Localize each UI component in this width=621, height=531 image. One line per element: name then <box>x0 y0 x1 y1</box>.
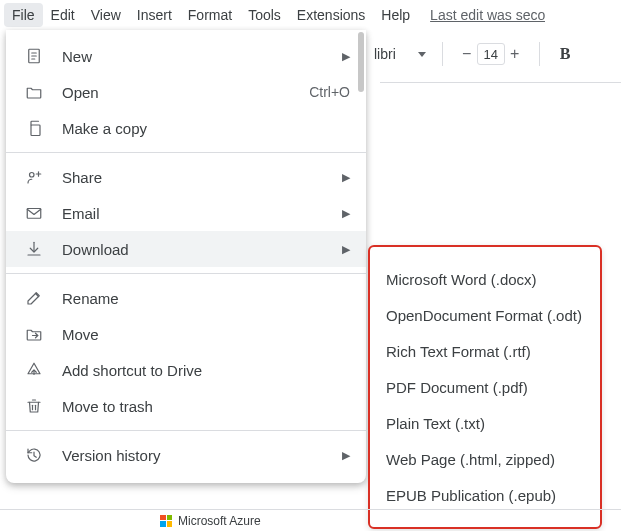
menu-item-label: Version history <box>62 447 342 464</box>
chevron-right-icon: ▶ <box>342 449 350 462</box>
menu-item-add-shortcut-to-drive[interactable]: Add shortcut to Drive <box>6 352 366 388</box>
menu-item-new[interactable]: New▶ <box>6 38 366 74</box>
download-icon <box>22 240 46 258</box>
chevron-right-icon: ▶ <box>342 171 350 184</box>
menu-item-share[interactable]: Share▶ <box>6 159 366 195</box>
menu-scrollbar[interactable] <box>358 32 364 92</box>
menu-item-label: Move <box>62 326 350 343</box>
menu-edit[interactable]: Edit <box>43 3 83 27</box>
svg-rect-4 <box>31 125 40 136</box>
menu-view[interactable]: View <box>83 3 129 27</box>
menu-item-label: Move to trash <box>62 398 350 415</box>
chevron-right-icon: ▶ <box>342 243 350 256</box>
menu-file[interactable]: File <box>4 3 43 27</box>
share-icon <box>22 168 46 186</box>
menu-item-move[interactable]: Move <box>6 316 366 352</box>
chevron-right-icon: ▶ <box>342 50 350 63</box>
menu-item-label: Make a copy <box>62 120 350 137</box>
menu-item-email[interactable]: Email▶ <box>6 195 366 231</box>
menu-separator <box>6 273 366 274</box>
chevron-right-icon: ▶ <box>342 207 350 220</box>
download-submenu: Microsoft Word (.docx)OpenDocument Forma… <box>368 245 602 529</box>
taskbar: Microsoft Azure <box>0 509 621 531</box>
menu-separator <box>6 430 366 431</box>
email-icon <box>22 204 46 222</box>
menu-format[interactable]: Format <box>180 3 240 27</box>
download-option[interactable]: Microsoft Word (.docx) <box>370 261 600 297</box>
menu-insert[interactable]: Insert <box>129 3 180 27</box>
menu-item-rename[interactable]: Rename <box>6 280 366 316</box>
taskbar-item-label: Microsoft Azure <box>178 514 261 528</box>
bold-button[interactable]: B <box>560 45 571 63</box>
chevron-down-icon <box>418 52 426 57</box>
menu-item-label: Add shortcut to Drive <box>62 362 350 379</box>
document-edge <box>380 82 621 83</box>
menu-item-download[interactable]: Download▶ <box>6 231 366 267</box>
font-family-value: libri <box>374 46 396 62</box>
last-edit-link[interactable]: Last edit was seco <box>430 7 545 23</box>
taskbar-item-azure[interactable]: Microsoft Azure <box>150 514 271 528</box>
menu-tools[interactable]: Tools <box>240 3 289 27</box>
toolbar-separator <box>539 42 540 66</box>
history-icon <box>22 446 46 464</box>
toolbar: libri − 14 + B <box>372 36 621 72</box>
drive-shortcut-icon <box>22 361 46 379</box>
folder-open-icon <box>22 83 46 101</box>
menu-item-label: Email <box>62 205 342 222</box>
download-option[interactable]: Web Page (.html, zipped) <box>370 441 600 477</box>
font-family-selector[interactable]: libri <box>372 46 428 62</box>
menu-item-open[interactable]: OpenCtrl+O <box>6 74 366 110</box>
menu-item-label: Download <box>62 241 342 258</box>
move-icon <box>22 325 46 343</box>
download-option[interactable]: Plain Text (.txt) <box>370 405 600 441</box>
menu-item-shortcut: Ctrl+O <box>309 84 350 100</box>
download-option[interactable]: PDF Document (.pdf) <box>370 369 600 405</box>
svg-rect-6 <box>27 209 41 219</box>
font-size-value[interactable]: 14 <box>477 43 505 65</box>
menu-item-label: Open <box>62 84 309 101</box>
font-size-stepper: − 14 + <box>457 42 525 66</box>
menu-item-version-history[interactable]: Version history▶ <box>6 437 366 473</box>
download-option[interactable]: OpenDocument Format (.odt) <box>370 297 600 333</box>
menu-item-label: Share <box>62 169 342 186</box>
rename-icon <box>22 289 46 307</box>
file-menu: New▶OpenCtrl+OMake a copyShare▶Email▶Dow… <box>6 30 366 483</box>
menu-extensions[interactable]: Extensions <box>289 3 373 27</box>
download-option[interactable]: Rich Text Format (.rtf) <box>370 333 600 369</box>
menu-item-label: Rename <box>62 290 350 307</box>
svg-point-5 <box>30 173 35 178</box>
microsoft-logo-icon <box>160 515 172 527</box>
menu-item-make-a-copy[interactable]: Make a copy <box>6 110 366 146</box>
doc-new-icon <box>22 47 46 65</box>
menu-item-move-to-trash[interactable]: Move to trash <box>6 388 366 424</box>
toolbar-separator <box>442 42 443 66</box>
decrease-font-button[interactable]: − <box>457 42 477 66</box>
menu-separator <box>6 152 366 153</box>
download-option[interactable]: EPUB Publication (.epub) <box>370 477 600 513</box>
increase-font-button[interactable]: + <box>505 42 525 66</box>
copy-icon <box>22 119 46 137</box>
menu-item-label: New <box>62 48 342 65</box>
menu-help[interactable]: Help <box>373 3 418 27</box>
menubar: File Edit View Insert Format Tools Exten… <box>0 0 621 30</box>
trash-icon <box>22 397 46 415</box>
